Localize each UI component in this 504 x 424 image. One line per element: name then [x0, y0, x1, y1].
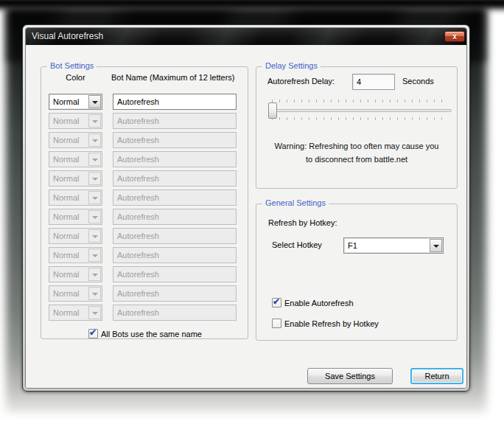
bot-name-input — [113, 113, 237, 129]
bot-color-dropdown-button — [88, 114, 101, 128]
delay-slider[interactable] — [266, 98, 452, 123]
chevron-down-icon — [433, 245, 439, 248]
bot-name-input — [113, 132, 237, 148]
bot-rows: Normal Normal Normal — [49, 94, 240, 324]
return-button[interactable]: Return — [410, 368, 463, 384]
bot-name-input — [113, 305, 237, 321]
bot-row: Normal — [49, 305, 240, 321]
hotkey-select[interactable]: F1 — [343, 237, 444, 254]
bot-color-value: Normal — [53, 136, 79, 145]
bot-color-value: Normal — [53, 97, 79, 106]
bot-color-dropdown-button — [88, 306, 101, 319]
bot-row: Normal — [49, 113, 240, 129]
chevron-down-icon — [92, 139, 98, 142]
chevron-down-icon — [92, 216, 98, 219]
slider-ticks-bottom — [272, 117, 449, 120]
slider-ticks-top — [272, 100, 449, 102]
bot-color-value: Normal — [53, 117, 79, 125]
hotkey-dropdown-button[interactable] — [430, 239, 442, 252]
bot-color-dropdown-button — [88, 287, 101, 300]
enable-refresh-hotkey-label: Enable Refresh by Hotkey — [284, 319, 379, 328]
bot-color-select: Normal — [49, 170, 102, 187]
bot-color-value: Normal — [53, 193, 79, 202]
chevron-down-icon — [92, 254, 98, 257]
bot-color-select: Normal — [49, 305, 102, 321]
bot-name-input — [113, 266, 237, 282]
enable-refresh-hotkey-checkbox[interactable]: ✔ — [272, 319, 281, 328]
title-bar[interactable]: Visual Autorefresh x — [26, 28, 466, 45]
bot-color-value: Normal — [53, 270, 79, 279]
delay-value-input[interactable] — [352, 74, 395, 90]
bot-color-select: Normal — [49, 228, 102, 244]
bot-color-dropdown-button[interactable] — [88, 95, 101, 108]
bot-color-dropdown-button — [88, 191, 101, 204]
bot-color-value: Normal — [53, 155, 79, 164]
hotkey-value: F1 — [348, 241, 357, 250]
dialog-client-area: Bot Settings Color Bot Name (Maximum of … — [26, 45, 466, 388]
bot-name-input — [113, 209, 237, 225]
bot-color-dropdown-button — [88, 210, 101, 223]
bot-row: Normal — [49, 266, 240, 282]
window-title: Visual Autorefresh — [32, 28, 103, 45]
chevron-down-icon — [92, 159, 98, 161]
bot-row: Normal — [49, 170, 240, 187]
bot-row: Normal — [49, 190, 240, 206]
bot-settings-group: Bot Settings Color Bot Name (Maximum of … — [41, 66, 248, 339]
bot-color-select: Normal — [49, 285, 102, 302]
chevron-down-icon — [92, 235, 98, 238]
bot-settings-legend: Bot Settings — [47, 61, 97, 70]
bot-color-select: Normal — [49, 113, 102, 129]
bot-color-dropdown-button — [88, 249, 101, 262]
bot-color-select[interactable]: Normal — [49, 94, 102, 110]
chevron-down-icon — [92, 293, 98, 296]
close-button[interactable]: x — [444, 31, 465, 42]
warning-text-line1: Warning: Refreshing too often may cause … — [256, 142, 457, 150]
refresh-by-hotkey-label: Refresh by Hotkey: — [268, 218, 337, 227]
check-icon: ✔ — [273, 296, 280, 307]
general-settings-legend: General Settings — [262, 198, 329, 207]
bot-color-dropdown-button — [88, 153, 101, 166]
bot-row: Normal — [49, 285, 240, 302]
bot-color-dropdown-button — [88, 229, 101, 243]
slider-thumb[interactable] — [268, 102, 277, 119]
color-column-header: Color — [41, 73, 110, 82]
bot-color-select: Normal — [49, 209, 102, 225]
all-bots-same-name-checkbox[interactable]: ✔ — [88, 329, 98, 338]
bot-row: Normal — [49, 209, 240, 225]
seconds-label: Seconds — [402, 77, 434, 86]
delay-settings-legend: Delay Settings — [262, 61, 321, 70]
bot-color-dropdown-button — [88, 172, 101, 185]
bot-color-value: Normal — [53, 212, 79, 221]
check-icon: ✔ — [89, 327, 97, 338]
chevron-down-icon — [92, 178, 98, 181]
chevron-down-icon — [92, 197, 98, 200]
warning-text-line2: to disconnect from battle.net — [256, 155, 457, 164]
bot-name-input[interactable] — [113, 94, 237, 110]
bot-color-value: Normal — [53, 308, 79, 317]
autorefresh-delay-label: Autorefresh Delay: — [267, 77, 335, 86]
bot-color-select: Normal — [49, 132, 102, 148]
bot-color-dropdown-button — [88, 133, 101, 147]
chevron-down-icon — [92, 274, 98, 277]
save-settings-button[interactable]: Save Settings — [307, 368, 393, 384]
chevron-down-icon — [92, 312, 98, 315]
bot-name-input — [113, 151, 237, 167]
chevron-down-icon — [92, 120, 98, 123]
chevron-down-icon — [92, 101, 98, 104]
bot-name-input — [113, 190, 237, 206]
delay-settings-group: Delay Settings Autorefresh Delay: Second… — [256, 66, 458, 189]
bot-color-value: Normal — [53, 174, 79, 183]
bot-name-column-header: Bot Name (Maximum of 12 letters) — [111, 73, 244, 82]
general-settings-group: General Settings Refresh by Hotkey: Sele… — [256, 204, 458, 341]
bot-name-input — [113, 228, 237, 244]
bot-color-select: Normal — [49, 266, 102, 282]
bot-color-value: Normal — [53, 289, 79, 298]
bot-row: Normal — [49, 247, 240, 263]
close-icon: x — [452, 32, 457, 41]
slider-track[interactable] — [271, 109, 452, 112]
background-top-band — [0, 0, 504, 9]
bot-name-input — [113, 285, 237, 302]
enable-autorefresh-checkbox[interactable]: ✔ — [272, 298, 281, 307]
bot-color-select: Normal — [49, 190, 102, 206]
bot-name-input — [113, 247, 237, 263]
